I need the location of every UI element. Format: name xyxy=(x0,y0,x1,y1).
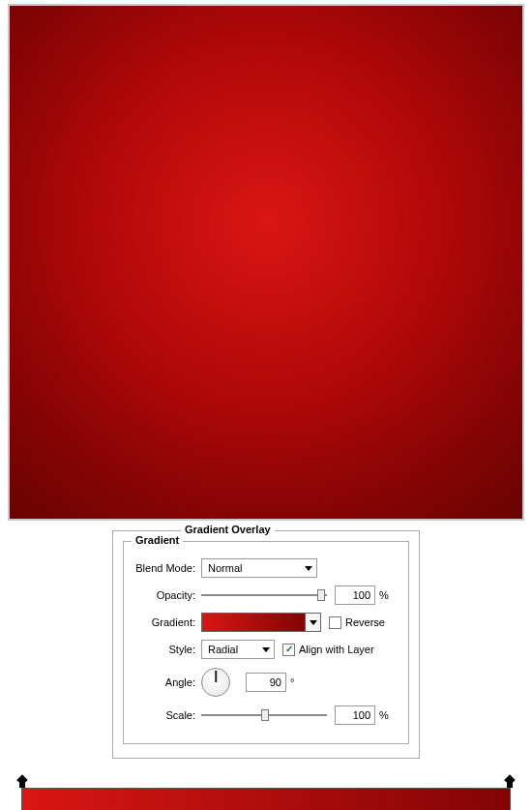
gradient-picker[interactable] xyxy=(201,613,321,632)
opacity-slider[interactable] xyxy=(201,588,327,602)
row-angle: Angle: ° xyxy=(132,666,400,699)
label-scale: Scale: xyxy=(132,709,201,721)
slider-thumb[interactable] xyxy=(261,709,269,721)
row-scale: Scale: % xyxy=(132,705,400,726)
chevron-down-icon xyxy=(305,566,312,571)
style-dropdown[interactable]: Radial xyxy=(201,640,275,659)
label-style: Style: xyxy=(132,644,201,655)
opacity-input[interactable] xyxy=(335,585,375,605)
align-label: Align with Layer xyxy=(299,644,374,655)
angle-input[interactable] xyxy=(246,673,286,692)
label-gradient: Gradient: xyxy=(132,616,201,628)
align-checkbox[interactable]: Align with Layer xyxy=(282,644,374,656)
label-blend-mode: Blend Mode: xyxy=(132,562,201,574)
checkbox-box xyxy=(329,616,341,629)
blend-mode-value: Normal xyxy=(208,562,242,574)
angle-dial[interactable] xyxy=(201,668,230,697)
checkbox-box xyxy=(282,644,295,656)
reverse-checkbox[interactable]: Reverse xyxy=(329,616,385,629)
gradient-section: Gradient Blend Mode: Normal Opacity: % G… xyxy=(123,541,409,744)
gradient-overlay-panel: Gradient Overlay Gradient Blend Mode: No… xyxy=(112,530,420,759)
row-style: Style: Radial Align with Layer xyxy=(132,639,400,660)
slider-track xyxy=(201,594,327,596)
gradient-preview xyxy=(8,4,524,521)
angle-unit: ° xyxy=(290,676,294,688)
blend-mode-dropdown[interactable]: Normal xyxy=(201,558,317,578)
chevron-down-icon xyxy=(310,620,317,625)
slider-thumb[interactable] xyxy=(317,589,325,601)
opacity-stop-right[interactable] xyxy=(505,776,515,788)
panel-title: Gradient Overlay xyxy=(181,524,275,535)
scale-input[interactable] xyxy=(335,705,375,725)
gradient-swatch xyxy=(201,613,306,632)
label-angle: Angle: xyxy=(132,676,201,688)
gradient-bar[interactable] xyxy=(21,788,511,810)
gradient-dropdown-button[interactable] xyxy=(306,613,321,632)
style-value: Radial xyxy=(208,644,238,655)
row-gradient: Gradient: Reverse xyxy=(132,612,400,633)
opacity-stop-left[interactable] xyxy=(17,776,27,788)
row-opacity: Opacity: % xyxy=(132,585,400,606)
scale-unit: % xyxy=(379,709,389,721)
gradient-editor xyxy=(12,776,520,810)
reverse-label: Reverse xyxy=(345,616,385,628)
row-blend-mode: Blend Mode: Normal xyxy=(132,557,400,579)
label-opacity: Opacity: xyxy=(132,589,201,601)
chevron-down-icon xyxy=(262,647,270,652)
scale-slider[interactable] xyxy=(201,708,327,722)
opacity-unit: % xyxy=(379,589,389,601)
section-title: Gradient xyxy=(132,534,183,546)
